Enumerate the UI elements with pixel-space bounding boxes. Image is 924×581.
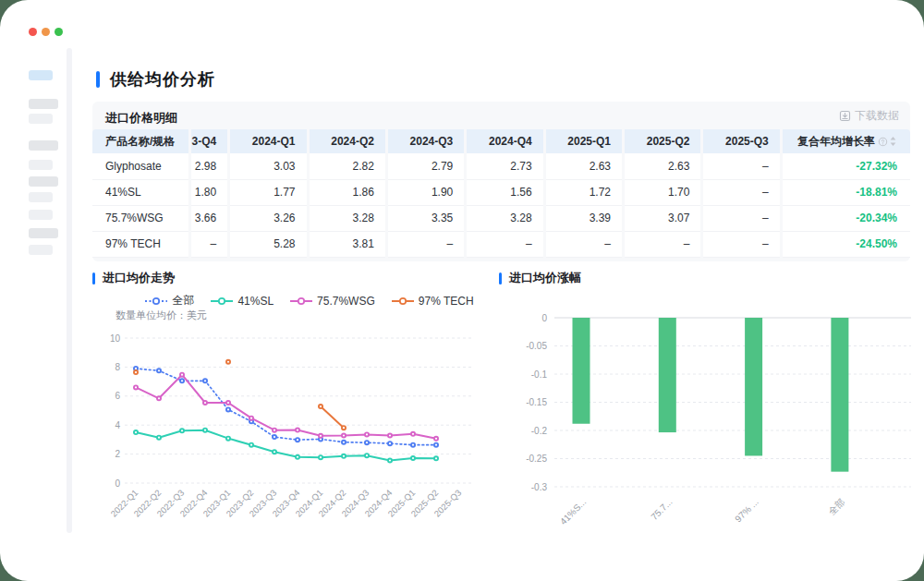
info-icon xyxy=(878,137,888,147)
price-cell: 3.66 xyxy=(189,205,228,231)
minimize-button-icon[interactable] xyxy=(42,28,50,36)
price-cell: 1.86 xyxy=(308,179,386,205)
y-axis-tick: 6 xyxy=(115,391,120,401)
price-cell: 1.72 xyxy=(544,179,623,205)
cagr-cell: -24.50% xyxy=(781,231,910,257)
download-data-button[interactable]: 下载数据 xyxy=(839,108,899,124)
sidebar-item[interactable] xyxy=(29,99,58,109)
close-button-icon[interactable] xyxy=(29,28,37,36)
sidebar-item[interactable] xyxy=(29,176,58,187)
bar xyxy=(573,318,590,424)
x-axis-tick: 97% ... xyxy=(733,497,760,525)
legend-item[interactable]: 97% TECH xyxy=(392,293,474,309)
page-title: 供给均价分析 xyxy=(96,68,215,91)
table-row: 75.7%WSG3.663.263.283.353.283.393.07–-20… xyxy=(92,205,910,231)
column-header: 2024-Q4 xyxy=(466,129,544,153)
bar xyxy=(745,318,762,455)
price-cell: – xyxy=(189,231,228,257)
price-cell: – xyxy=(702,205,781,231)
x-axis-tick: 41%S... xyxy=(558,497,589,527)
sidebar-item[interactable] xyxy=(29,210,53,220)
chart-title: 进口均价涨幅 xyxy=(499,270,913,286)
column-header[interactable]: 复合年均增长率 xyxy=(781,129,910,153)
price-cell: 5.28 xyxy=(229,231,308,257)
legend-item[interactable]: 75.7%WSG xyxy=(290,293,375,309)
price-cell: 2.98 xyxy=(189,153,228,179)
download-icon xyxy=(839,110,851,122)
price-cell: 1.77 xyxy=(229,179,308,205)
column-header: 2024-Q3 xyxy=(386,129,465,153)
sort-icon[interactable] xyxy=(889,136,897,147)
y-axis-tick: -0.2 xyxy=(531,426,548,436)
download-label: 下载数据 xyxy=(855,108,899,124)
title-accent-bar xyxy=(499,272,502,284)
sidebar-item[interactable] xyxy=(29,160,53,170)
legend-label: 全部 xyxy=(172,293,194,309)
bar-chart: 0-0.05-0.1-0.15-0.2-0.25-0.341%S...75.7.… xyxy=(499,305,913,527)
y-axis-tick: -0.15 xyxy=(526,397,547,407)
product-name-cell: 41%SL xyxy=(92,179,189,205)
legend-item[interactable]: 41%SL xyxy=(211,293,274,309)
column-header: 2025-Q2 xyxy=(624,129,702,153)
bar xyxy=(659,318,676,432)
column-header: 产品名称/规格 xyxy=(92,129,189,153)
price-cell: 2.73 xyxy=(466,153,544,179)
legend-label: 41%SL xyxy=(237,295,274,308)
legend-marker-icon xyxy=(145,297,167,306)
bar xyxy=(831,318,848,472)
price-cell: – xyxy=(466,231,544,257)
column-header: 2025-Q3 xyxy=(702,129,781,153)
chart-unit-label: 数量单位均价：美元 xyxy=(116,309,207,322)
legend-marker-icon xyxy=(290,297,312,306)
price-cell: – xyxy=(702,179,781,205)
price-cell: 3.03 xyxy=(229,153,308,179)
price-cell: 1.80 xyxy=(189,179,228,205)
cagr-cell: -27.32% xyxy=(781,153,910,179)
price-cell: 3.07 xyxy=(624,205,702,231)
import-price-table: 产品名称/规格3-Q42024-Q12024-Q22024-Q32024-Q42… xyxy=(92,129,910,258)
price-cell: 3.35 xyxy=(386,205,465,231)
price-trend-chart-block: 进口均价走势 全部41%SL75.7%WSG97% TECH 数量单位均价：美元… xyxy=(92,270,480,286)
price-cell: 2.79 xyxy=(386,153,465,179)
product-name-cell: 75.7%WSG xyxy=(92,205,189,231)
section-title: 进口价格明细 xyxy=(105,110,177,127)
sidebar-item[interactable] xyxy=(29,140,58,151)
price-cell: – xyxy=(702,153,781,179)
cagr-cell: -20.34% xyxy=(781,205,910,231)
y-axis-tick: 0 xyxy=(115,478,120,489)
price-cell: 3.26 xyxy=(229,205,308,231)
product-name-cell: Glyphosate xyxy=(92,153,189,179)
column-header: 3-Q4 xyxy=(189,129,228,153)
y-axis-tick: 8 xyxy=(115,362,120,372)
y-axis-tick: 10 xyxy=(110,333,121,344)
legend-item[interactable]: 全部 xyxy=(145,293,194,309)
legend-marker-icon xyxy=(392,297,414,306)
zoom-button-icon[interactable] xyxy=(55,28,63,36)
price-cell: 3.39 xyxy=(544,205,623,231)
y-axis-tick: 2 xyxy=(115,449,120,459)
sidebar-item-active[interactable] xyxy=(29,70,53,80)
table-row: 41%SL1.801.771.861.901.561.721.70–-18.81… xyxy=(92,179,910,205)
price-cell: 2.63 xyxy=(544,153,623,179)
sidebar-item[interactable] xyxy=(29,192,53,202)
chart-title-text: 进口均价走势 xyxy=(103,270,175,286)
legend-label: 75.7%WSG xyxy=(317,295,375,308)
sidebar-item[interactable] xyxy=(29,228,58,238)
price-change-chart-block: 进口均价涨幅 0-0.05-0.1-0.15-0.2-0.25-0.341%S.… xyxy=(499,270,913,286)
price-cell: – xyxy=(624,231,702,257)
title-accent-bar xyxy=(92,272,95,284)
title-accent-bar xyxy=(96,71,100,88)
column-header: 2024-Q1 xyxy=(229,129,308,153)
price-cell: – xyxy=(544,231,623,257)
sidebar-item[interactable] xyxy=(29,245,53,255)
price-cell: 1.90 xyxy=(386,179,465,205)
legend-label: 97% TECH xyxy=(419,295,474,308)
price-cell: 2.63 xyxy=(624,153,702,179)
price-cell: 3.28 xyxy=(308,205,386,231)
cagr-cell: -18.81% xyxy=(781,179,910,205)
window-card: 供给均价分析 进口价格明细 下载数据 产品名称/规格3-Q42024-Q1202… xyxy=(0,0,924,581)
y-axis-tick: -0.3 xyxy=(531,482,548,492)
sidebar-item[interactable] xyxy=(29,114,53,124)
line-chart: 02468102022-Q12022-Q22022-Q32022-Q42023-… xyxy=(92,323,480,538)
table-row: 97% TECH–5.283.81–––––-24.50% xyxy=(92,231,910,257)
